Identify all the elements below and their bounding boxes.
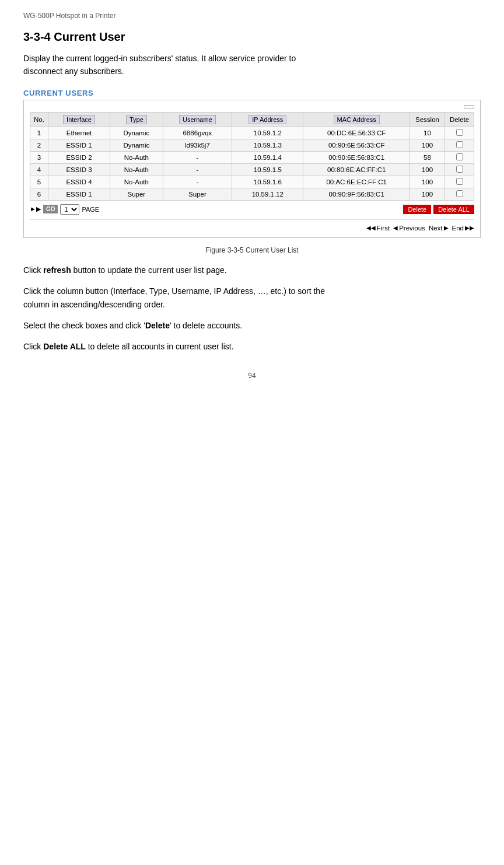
cell-username: ld93k5j7 (163, 139, 232, 151)
sort-username-button[interactable]: Username (179, 115, 216, 124)
cell-ip: 10.59.1.4 (232, 151, 303, 163)
cell-mac: 00:90:6E:56:33:CF (303, 139, 410, 151)
body-para-1: Click refresh button to update the curre… (23, 264, 481, 278)
cell-mac: 00:AC:6E:EC:FF:C1 (303, 176, 410, 188)
cell-no: 5 (30, 176, 48, 188)
delete-checkbox[interactable] (456, 129, 463, 136)
cell-type: Super (110, 188, 163, 200)
cell-no: 4 (30, 163, 48, 176)
page-number: 94 (23, 372, 481, 380)
cell-delete (445, 188, 474, 200)
description: Display the current logged-in subscriber… (23, 52, 481, 78)
delete-buttons-area: Delete Delete ALL (403, 205, 474, 214)
cell-ip: 10.59.1.6 (232, 176, 303, 188)
cell-session: 100 (410, 188, 445, 200)
cell-session: 10 (410, 127, 445, 139)
cell-type: No-Auth (110, 163, 163, 176)
cell-interface: ESSID 4 (48, 176, 110, 188)
next-icon: ▶ (444, 225, 449, 231)
end-icon: ▶▶ (465, 225, 474, 231)
panel-label: CURRENT USERS (23, 89, 481, 97)
delete-label: Delete (145, 321, 170, 330)
user-table: No. Interface Type Username IP Address M… (30, 112, 474, 201)
col-header-interface: Interface (48, 112, 110, 127)
body-para-3: Select the check boxes and click 'Delete… (23, 319, 481, 333)
delete-all-label: Delete ALL (43, 342, 86, 351)
delete-checkbox[interactable] (456, 178, 463, 185)
cell-mac: 00:80:6E:AC:FF:C1 (303, 163, 410, 176)
cell-type: No-Auth (110, 176, 163, 188)
col-header-no: No. (30, 112, 48, 127)
delete-checkbox[interactable] (456, 141, 463, 148)
figure-caption: Figure 3-3-5 Current User List (23, 246, 481, 254)
section-title: 3-3-4 Current User (23, 30, 481, 44)
cell-session: 100 (410, 176, 445, 188)
delete-checkbox[interactable] (456, 166, 463, 173)
cell-delete (445, 176, 474, 188)
previous-icon: ◀ (393, 225, 398, 231)
table-row: 3 ESSID 2 No-Auth - 10.59.1.4 00:90:6E:5… (30, 151, 474, 163)
col-header-mac: MAC Address (303, 112, 410, 127)
delete-checkbox[interactable] (456, 190, 463, 197)
current-users-panel: No. Interface Type Username IP Address M… (23, 100, 481, 238)
table-row: 1 Ethernet Dynamic 6886gvqx 10.59.1.2 00… (30, 127, 474, 139)
cell-interface: ESSID 1 (48, 188, 110, 200)
page-label: PAGE (82, 206, 99, 213)
go-button[interactable]: GO (43, 205, 58, 213)
cell-ip: 10.59.1.3 (232, 139, 303, 151)
col-header-type: Type (110, 112, 163, 127)
panel-top-bar (30, 105, 474, 108)
sort-interface-button[interactable]: Interface (63, 115, 95, 124)
cell-session: 100 (410, 163, 445, 176)
cell-username: - (163, 163, 232, 176)
sort-type-button[interactable]: Type (126, 115, 147, 124)
cell-type: Dynamic (110, 127, 163, 139)
cell-type: No-Auth (110, 151, 163, 163)
cell-no: 2 (30, 139, 48, 151)
cell-delete (445, 139, 474, 151)
table-row: 5 ESSID 4 No-Auth - 10.59.1.6 00:AC:6E:E… (30, 176, 474, 188)
cell-session: 58 (410, 151, 445, 163)
cell-interface: ESSID 3 (48, 163, 110, 176)
table-row: 4 ESSID 3 No-Auth - 10.59.1.5 00:80:6E:A… (30, 163, 474, 176)
delete-button[interactable]: Delete (403, 205, 431, 214)
cell-no: 1 (30, 127, 48, 139)
cell-interface: ESSID 1 (48, 139, 110, 151)
cell-ip: 10.59.1.12 (232, 188, 303, 200)
pagination: ◀◀ First ◀ Previous Next ▶ End ▶▶ (30, 219, 474, 232)
page-select[interactable]: 1 (60, 204, 79, 215)
previous-page-link[interactable]: ◀ Previous (393, 225, 425, 232)
table-row: 6 ESSID 1 Super Super 10.59.1.12 00:90:9… (30, 188, 474, 200)
body-para-2: Click the column button (Interface, Type… (23, 285, 481, 313)
table-footer: ►▶ GO 1 PAGE Delete Delete ALL (30, 204, 474, 215)
cell-username: Super (163, 188, 232, 200)
body-para-4: Click Delete ALL to delete all accounts … (23, 340, 481, 354)
cell-delete (445, 127, 474, 139)
cell-mac: 00:DC:6E:56:33:CF (303, 127, 410, 139)
cell-delete (445, 163, 474, 176)
col-header-delete: Delete (445, 112, 474, 127)
col-header-ip: IP Address (232, 112, 303, 127)
cell-session: 100 (410, 139, 445, 151)
sort-mac-button[interactable]: MAC Address (334, 115, 380, 124)
go-area: ►▶ GO 1 PAGE (30, 204, 99, 215)
first-page-link[interactable]: ◀◀ First (366, 225, 390, 232)
refresh-button[interactable] (464, 105, 474, 108)
cell-type: Dynamic (110, 139, 163, 151)
delete-all-button[interactable]: Delete ALL (433, 205, 474, 214)
refresh-label: refresh (43, 265, 71, 275)
cell-ip: 10.59.1.2 (232, 127, 303, 139)
end-page-link[interactable]: End ▶▶ (452, 225, 474, 232)
next-page-link[interactable]: Next ▶ (429, 225, 449, 232)
doc-header: WG-500P Hotspot in a Printer (23, 12, 481, 20)
cell-mac: 00:90:9F:56:83:C1 (303, 188, 410, 200)
delete-checkbox[interactable] (456, 153, 463, 160)
cell-delete (445, 151, 474, 163)
cell-username: - (163, 176, 232, 188)
sort-ip-button[interactable]: IP Address (249, 115, 286, 124)
go-icon: ►▶ (30, 205, 41, 213)
cell-username: - (163, 151, 232, 163)
cell-no: 6 (30, 188, 48, 200)
cell-interface: ESSID 2 (48, 151, 110, 163)
first-icon: ◀◀ (366, 225, 376, 231)
